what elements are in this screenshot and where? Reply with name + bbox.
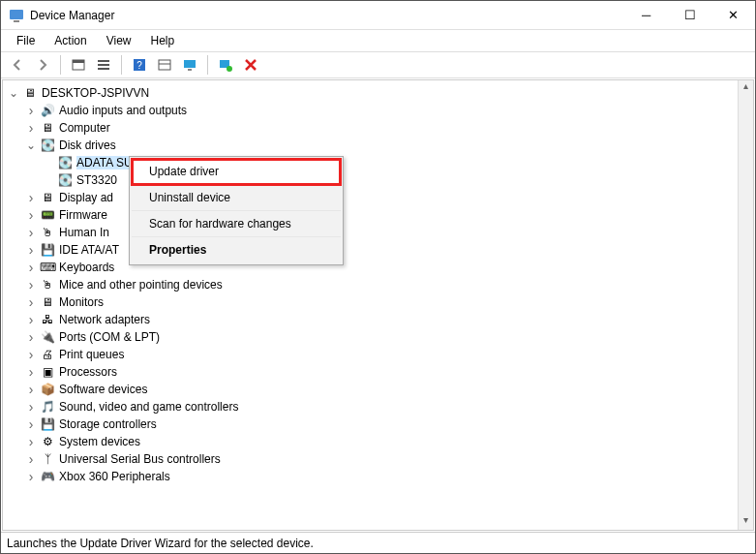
chevron-icon[interactable]	[24, 383, 38, 396]
disk-icon: 💽	[57, 172, 73, 188]
svg-rect-0	[10, 10, 23, 19]
chevron-none	[42, 156, 55, 169]
category-7[interactable]: Keyboards	[59, 261, 114, 274]
monitor-icon: 🖥	[40, 294, 55, 310]
scan-button[interactable]	[215, 54, 236, 76]
chevron-icon[interactable]	[24, 295, 38, 309]
svg-rect-12	[188, 69, 192, 71]
chevron-icon[interactable]	[24, 226, 38, 239]
context-item-0[interactable]: Update driver	[132, 159, 341, 185]
maximize-button[interactable]: ☐	[668, 1, 711, 30]
chevron-icon[interactable]	[24, 435, 38, 448]
forward-button[interactable]	[32, 54, 53, 76]
remove-button[interactable]	[240, 54, 261, 76]
category-6[interactable]: IDE ATA/AT	[59, 243, 119, 257]
titlebar: Device Manager ─ ☐ ✕	[1, 1, 755, 30]
category-4[interactable]: Firmware	[59, 208, 107, 222]
category-0[interactable]: Audio inputs and outputs	[59, 104, 187, 117]
chevron-icon[interactable]	[24, 365, 38, 379]
svg-rect-11	[184, 60, 196, 68]
minimize-button[interactable]: ─	[624, 1, 668, 30]
category-10[interactable]: Network adapters	[59, 313, 150, 326]
category-18[interactable]: Universal Serial Bus controllers	[59, 452, 221, 466]
category-13[interactable]: Processors	[59, 365, 117, 379]
category-5[interactable]: Human In	[59, 226, 109, 239]
category-12[interactable]: Print queues	[59, 348, 124, 361]
computer-icon: 🖥	[40, 120, 55, 136]
app-icon	[9, 8, 24, 23]
toolbar-separator	[121, 55, 122, 75]
svg-text:?: ?	[136, 60, 142, 71]
toolbar: ?	[1, 51, 755, 78]
category-16[interactable]: Storage controllers	[59, 417, 157, 431]
help-button[interactable]: ?	[129, 54, 150, 76]
chevron-icon[interactable]	[24, 278, 38, 292]
menu-action[interactable]: Action	[45, 32, 96, 49]
menubar: File Action View Help	[1, 30, 755, 51]
device-tree[interactable]: 🖥DESKTOP-JSPIVVN🔊Audio inputs and output…	[2, 79, 754, 531]
device-item-1[interactable]: ST3320	[76, 173, 117, 187]
chevron-icon[interactable]	[24, 121, 38, 135]
chevron-icon[interactable]	[24, 400, 38, 414]
network-icon: 🖧	[40, 312, 55, 327]
svg-rect-5	[98, 64, 109, 66]
window-title: Device Manager	[30, 9, 624, 22]
root-icon: 🖥	[22, 85, 38, 101]
details-button[interactable]	[154, 54, 175, 76]
menu-file[interactable]: File	[7, 32, 45, 49]
cpu-icon: ▣	[40, 364, 55, 380]
storage-icon: 💾	[40, 416, 55, 432]
show-hidden-button[interactable]	[68, 54, 89, 76]
svg-rect-3	[73, 60, 84, 63]
context-item-2[interactable]: Scan for hardware changes	[132, 211, 341, 237]
chevron-icon[interactable]	[24, 208, 38, 222]
context-item-1[interactable]: Uninstall device	[132, 185, 341, 211]
printer-icon: 🖨	[40, 347, 55, 362]
category-19[interactable]: Xbox 360 Peripherals	[59, 470, 170, 483]
chevron-down-icon[interactable]	[7, 86, 20, 100]
category-17[interactable]: System devices	[59, 435, 140, 448]
svg-rect-1	[14, 20, 19, 22]
chevron-icon[interactable]	[24, 104, 38, 117]
chevron-none	[42, 173, 55, 187]
system-icon: ⚙	[40, 434, 55, 449]
chevron-icon[interactable]	[24, 313, 38, 326]
scroll-up-icon[interactable]: ▴	[743, 80, 748, 96]
hid-icon: 🖱	[40, 225, 55, 240]
category-11[interactable]: Ports (COM & LPT)	[59, 330, 160, 344]
monitor-button[interactable]	[179, 54, 200, 76]
context-menu: Update driverUninstall deviceScan for ha…	[129, 156, 344, 265]
chevron-icon[interactable]	[24, 261, 38, 274]
chevron-icon[interactable]	[24, 243, 38, 257]
chevron-icon[interactable]	[24, 138, 38, 152]
ide-icon: 💾	[40, 242, 55, 258]
category-15[interactable]: Sound, video and game controllers	[59, 400, 238, 414]
status-text: Launches the Update Driver Wizard for th…	[7, 537, 314, 550]
statusbar: Launches the Update Driver Wizard for th…	[1, 532, 755, 553]
category-8[interactable]: Mice and other pointing devices	[59, 278, 223, 292]
chevron-icon[interactable]	[24, 470, 38, 483]
back-button[interactable]	[7, 54, 28, 76]
category-2[interactable]: Disk drives	[59, 138, 116, 152]
chevron-icon[interactable]	[24, 191, 38, 204]
vertical-scrollbar[interactable]: ▴ ▾	[738, 80, 753, 530]
context-item-3[interactable]: Properties	[132, 237, 341, 262]
xbox-icon: 🎮	[40, 469, 55, 484]
software-icon: 📦	[40, 382, 55, 397]
menu-view[interactable]: View	[97, 32, 141, 49]
close-button[interactable]: ✕	[711, 1, 755, 30]
category-1[interactable]: Computer	[59, 121, 110, 135]
category-3[interactable]: Display ad	[59, 191, 113, 204]
usb-icon: ᛉ	[40, 451, 55, 467]
chevron-icon[interactable]	[24, 348, 38, 361]
port-icon: 🔌	[40, 329, 55, 345]
chevron-icon[interactable]	[24, 330, 38, 344]
scroll-down-icon[interactable]: ▾	[743, 514, 748, 530]
list-button[interactable]	[93, 54, 114, 76]
category-14[interactable]: Software devices	[59, 383, 147, 396]
category-9[interactable]: Monitors	[59, 295, 104, 309]
chevron-icon[interactable]	[24, 417, 38, 431]
root-node[interactable]: DESKTOP-JSPIVVN	[42, 86, 149, 100]
menu-help[interactable]: Help	[141, 32, 185, 49]
chevron-icon[interactable]	[24, 452, 38, 466]
